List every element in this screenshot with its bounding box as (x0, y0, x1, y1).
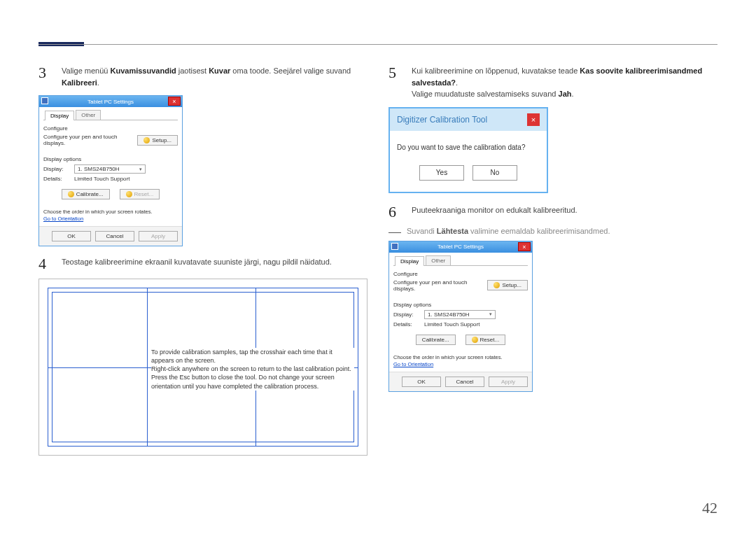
display-label: Display: (393, 311, 420, 318)
shield-icon (126, 191, 132, 197)
step-number: 5 (388, 65, 401, 100)
calibrate-label: Calibrate... (76, 191, 104, 197)
configure-row: Configure your pen and touch displays. S… (43, 134, 178, 146)
shield-icon (472, 337, 478, 343)
orientation-link[interactable]: Go to Orientation (393, 361, 433, 367)
digitizer-dialog: Digitizer Calibration Tool × Do you want… (388, 107, 548, 193)
window-titlebar: Tablet PC Settings × (389, 241, 532, 253)
step-text: Teostage kalibreerimine ekraanil kuvatav… (62, 256, 368, 272)
text: Suvandi (407, 227, 437, 235)
calibration-instructions: To provide calibration samples, tap the … (151, 348, 354, 391)
shield-icon (144, 137, 150, 143)
tab-other[interactable]: Other (76, 110, 101, 120)
window-footer: OK Cancel Apply (389, 372, 532, 391)
dialog-title: Digitizer Calibration Tool (397, 115, 487, 125)
note: Suvandi Lähtesta valimine eemaldab kalib… (388, 227, 718, 235)
tablet-pc-settings-window: Tablet PC Settings × Display Other Confi… (388, 241, 533, 392)
window-titlebar: Tablet PC Settings × (39, 96, 182, 107)
close-button[interactable]: × (518, 242, 531, 251)
window-title: Tablet PC Settings (88, 99, 134, 105)
setup-button[interactable]: Setup... (137, 135, 178, 146)
setup-label: Setup... (502, 282, 522, 288)
display-options-title: Display options (393, 302, 528, 308)
reset-label: Reset... (480, 337, 500, 343)
shield-icon (493, 282, 500, 288)
page-header-rule (38, 44, 718, 45)
chevron-down-icon: ▾ (139, 167, 142, 172)
display-select[interactable]: 1. SMS24B750H▾ (74, 164, 146, 174)
cancel-button[interactable]: Cancel (95, 231, 134, 241)
display-label: Display: (43, 166, 70, 172)
reset-button[interactable]: Reset... (465, 335, 506, 345)
display-value: 1. SMS24B750H (78, 166, 120, 172)
calibrate-row: Calibrate... Reset... (393, 335, 528, 345)
step-number: 4 (38, 256, 51, 272)
configure-title: Configure (393, 271, 528, 277)
display-options-title: Display options (43, 156, 178, 162)
text: . (571, 90, 573, 98)
calibrate-button[interactable]: Calibrate... (62, 189, 110, 199)
configure-title: Configure (43, 125, 178, 132)
reset-button[interactable]: Reset... (120, 189, 160, 199)
calibrate-row: Calibrate... Reset... (43, 189, 178, 199)
text: Kui kalibreerimine on lõppenud, kuvataks… (412, 66, 580, 75)
window-icon (391, 243, 398, 250)
configure-group: Configure Configure your pen and touch d… (43, 122, 178, 151)
step-text: Puuteekraaniga monitor on edukalt kalibr… (412, 204, 718, 220)
window-icon (41, 97, 48, 104)
window-body: Display Other Configure Configure your p… (389, 253, 532, 372)
dialog-buttons: Yes No (390, 158, 547, 192)
display-row: Display: 1. SMS24B750H▾ (43, 164, 178, 174)
setup-label: Setup... (152, 137, 172, 143)
cancel-button[interactable]: Cancel (445, 377, 484, 387)
setup-button[interactable]: Setup... (487, 280, 528, 290)
details-row: Details: Limited Touch Support (393, 321, 528, 328)
shield-icon (68, 191, 74, 197)
tab-strip: Display Other (43, 110, 178, 120)
calibration-figure: To provide calibration samples, tap the … (38, 279, 368, 456)
step-4: 4 Teostage kalibreerimine ekraanil kuvat… (38, 256, 368, 272)
step-3: 3 Valige menüü Kuvamissuvandid jaotisest… (38, 65, 368, 88)
orientation-link[interactable]: Go to Orientation (43, 216, 83, 222)
yes-button[interactable]: Yes (419, 165, 464, 181)
window-footer: OK Cancel Apply (39, 226, 182, 246)
tab-other[interactable]: Other (426, 255, 451, 265)
step-text: Kui kalibreerimine on lõppenud, kuvataks… (412, 65, 718, 100)
calibrate-button[interactable]: Calibrate... (416, 335, 456, 345)
tablet-pc-settings-window: Tablet PC Settings × Display Other Confi… (38, 95, 183, 246)
reset-label: Reset... (134, 191, 154, 197)
step-number: 6 (388, 204, 401, 220)
display-select[interactable]: 1. SMS24B750H▾ (424, 310, 496, 319)
step-text: Valige menüü Kuvamissuvandid jaotisest K… (62, 65, 368, 88)
text: Valige muudatuste salvestamiseks suvand (412, 90, 559, 98)
details-row: Details: Limited Touch Support (43, 176, 178, 182)
step-6: 6 Puuteekraaniga monitor on edukalt kali… (388, 204, 718, 220)
no-button[interactable]: No (472, 165, 517, 181)
details-label: Details: (43, 176, 70, 182)
page-number: 42 (702, 499, 718, 517)
text-bold: Lähtesta (437, 227, 468, 235)
dialog-titlebar: Digitizer Calibration Tool × (390, 108, 547, 131)
tab-strip: Display Other (393, 255, 528, 266)
tab-display[interactable]: Display (45, 111, 74, 120)
text-bold: Jah (559, 90, 572, 98)
configure-text: Configure your pen and touch displays. (393, 279, 483, 292)
order-text: Choose the order in which your screen ro… (393, 354, 528, 360)
apply-button[interactable]: Apply (489, 377, 528, 387)
content-columns: 3 Valige menüü Kuvamissuvandid jaotisest… (38, 65, 718, 456)
order-text: Choose the order in which your screen ro… (43, 209, 178, 215)
close-button[interactable]: × (168, 97, 181, 106)
close-button[interactable]: × (527, 113, 540, 126)
ok-button[interactable]: OK (402, 377, 441, 387)
step-number: 3 (38, 65, 51, 88)
configure-group: Configure Configure your pen and touch d… (393, 268, 528, 297)
dash-icon (388, 232, 401, 235)
step-5: 5 Kui kalibreerimine on lõppenud, kuvata… (388, 65, 718, 100)
details-label: Details: (393, 321, 420, 328)
text: . (456, 78, 458, 87)
ok-button[interactable]: OK (52, 231, 91, 241)
apply-button[interactable]: Apply (139, 231, 178, 241)
tab-display[interactable]: Display (395, 256, 424, 266)
display-options-group: Display options Display: 1. SMS24B750H▾ … (43, 153, 178, 204)
window-title: Tablet PC Settings (438, 244, 484, 250)
